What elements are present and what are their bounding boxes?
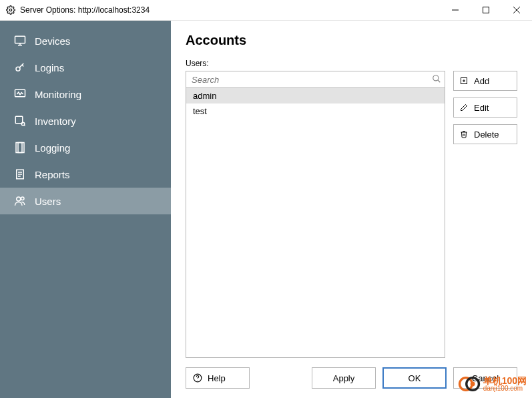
sidebar-item-devices[interactable]: Devices [0,27,171,54]
key-icon [13,61,27,74]
sidebar-item-label: Users [35,196,61,207]
edit-icon [459,103,469,112]
cancel-button[interactable]: Cancel [453,367,517,389]
users-icon [13,194,27,208]
sidebar-item-logins[interactable]: Logins [0,54,171,81]
sidebar-item-inventory[interactable]: Inventory [0,108,171,134]
window-title: Server Options: http://localhost:3234 [20,5,150,15]
delete-label: Delete [474,130,499,140]
sidebar-item-logging[interactable]: Logging [0,134,171,161]
svg-point-22 [21,197,25,200]
user-row[interactable]: admin [186,88,445,104]
svg-rect-11 [15,89,25,97]
svg-rect-15 [16,143,22,153]
sidebar-item-label: Reports [35,169,70,180]
svg-point-0 [9,9,12,11]
svg-rect-5 [15,36,25,43]
titlebar: Server Options: http://localhost:3234 [0,0,532,21]
sidebar-item-monitoring[interactable]: Monitoring [0,81,171,108]
sidebar-item-users[interactable]: Users [0,188,171,214]
add-icon [459,76,469,85]
svg-point-8 [16,67,20,71]
sidebar: Devices Logins Monitoring Inventory Logg… [0,21,171,398]
delete-icon [459,130,469,139]
page-title: Accounts [186,33,517,48]
search-input[interactable] [186,71,445,88]
sidebar-item-label: Inventory [35,116,76,127]
svg-rect-12 [15,116,23,124]
window-controls [440,0,532,21]
ok-button[interactable]: OK [382,367,447,389]
reports-icon [13,168,27,181]
user-row[interactable]: test [186,104,445,119]
help-icon [193,373,202,383]
add-button[interactable]: Add [453,71,517,91]
svg-point-21 [17,197,21,201]
delete-button[interactable]: Delete [453,124,517,144]
sidebar-item-label: Devices [35,35,70,47]
monitor-icon [13,87,27,101]
svg-rect-16 [18,143,24,153]
edit-label: Edit [474,103,489,113]
logging-icon [13,141,27,154]
edit-button[interactable]: Edit [453,97,517,118]
svg-rect-2 [483,7,489,13]
gear-icon [5,5,16,15]
users-label: Users: [186,59,517,68]
minimize-button[interactable] [440,0,471,21]
apply-button[interactable]: Apply [312,367,376,389]
sidebar-item-label: Monitoring [35,89,81,100]
maximize-button[interactable] [471,0,501,21]
close-button[interactable] [501,0,532,21]
svg-line-14 [24,125,25,126]
add-label: Add [474,76,489,86]
user-list[interactable]: admin test [186,88,445,358]
inventory-icon [13,114,27,128]
sidebar-item-label: Logins [35,62,64,73]
search-icon [432,74,441,83]
sidebar-item-label: Logging [35,142,70,154]
help-label: Help [208,373,226,383]
svg-line-24 [438,80,441,83]
svg-point-23 [433,75,439,81]
sidebar-item-reports[interactable]: Reports [0,161,171,188]
content-area: Accounts Users: admin test Add [171,21,532,398]
device-icon [13,34,27,47]
svg-line-10 [22,65,23,66]
help-button[interactable]: Help [186,367,250,389]
